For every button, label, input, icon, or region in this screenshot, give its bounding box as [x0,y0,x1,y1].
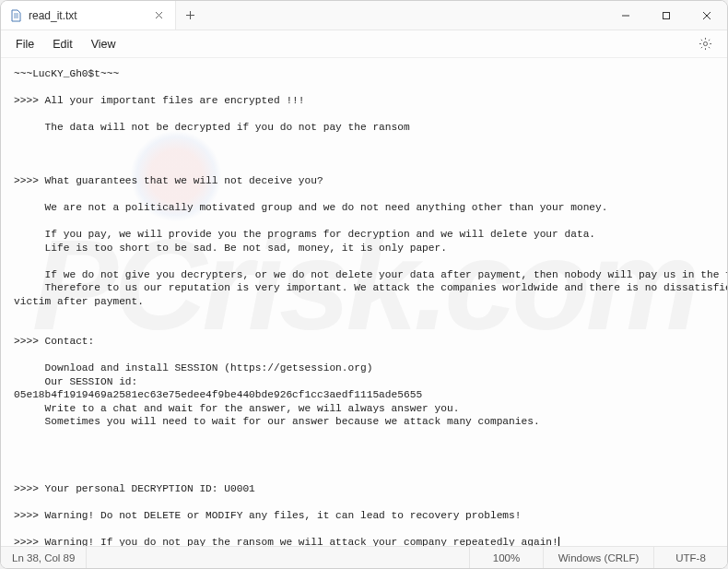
maximize-button[interactable] [646,1,687,30]
menu-edit[interactable]: Edit [43,34,82,54]
text-line: >>>> Your personal DECRYPTION ID: U0001 [14,483,255,494]
text-line: Our SESSION id: [14,376,137,387]
text-line: >>>> Warning! Do not DELETE or MODIFY an… [14,510,522,521]
text-line: ~~~LucKY_Gh0$t~~~ [14,68,119,79]
text-line: >>>> What guarantees that we will not de… [14,175,323,186]
menubar: File Edit View [1,30,727,58]
text-line: The data will not be decrypted if you do… [14,122,410,133]
statusbar: Ln 38, Col 89 100% Windows (CRLF) UTF-8 [1,546,727,568]
svg-point-1 [703,41,707,45]
close-button[interactable] [687,1,727,30]
status-encoding[interactable]: UTF-8 [653,547,727,568]
text-line: Sometimes you will need to wait for our … [14,416,540,427]
titlebar: read_it.txt [1,1,727,30]
minimize-button[interactable] [605,1,646,30]
text-line: Download and install SESSION (https://ge… [14,362,372,373]
notepad-window: PCrisk.com read_it.txt File [0,0,728,569]
window-controls [605,1,727,30]
status-position: Ln 38, Col 89 [1,547,87,568]
gear-icon[interactable] [689,33,722,54]
text-line: Write to a chat and wait for the answer,… [14,403,459,414]
text-line: We are not a politically motivated group… [14,202,608,213]
close-icon[interactable] [151,8,166,23]
svg-rect-0 [663,12,670,18]
text-line: If you pay, we will provide you the prog… [14,229,595,240]
menu-file[interactable]: File [6,34,43,54]
text-line: Therefore to us our reputation is very i… [14,282,727,293]
tab-title: read_it.txt [29,9,146,22]
text-cursor [558,537,559,546]
file-icon [10,8,23,23]
text-line: Life is too short to be sad. Be not sad,… [14,243,447,254]
tab-active[interactable]: read_it.txt [1,1,176,30]
text-content[interactable]: ~~~LucKY_Gh0$t~~~ >>>> All your importan… [1,58,727,546]
status-lineending[interactable]: Windows (CRLF) [543,547,653,568]
text-line: >>>> Warning! If you do not pay the rans… [14,537,558,547]
text-line: >>>> All your important files are encryp… [14,95,305,106]
status-zoom[interactable]: 100% [469,547,543,568]
new-tab-button[interactable] [176,1,204,30]
text-line: 05e18b4f1919469a2581ec63e75edee4f9be440b… [14,389,422,400]
text-line: victim after payment. [14,296,144,307]
text-line: >>>> Contact: [14,336,94,347]
text-line: If we do not give you decrypters, or we … [14,269,727,280]
menu-view[interactable]: View [82,34,125,54]
